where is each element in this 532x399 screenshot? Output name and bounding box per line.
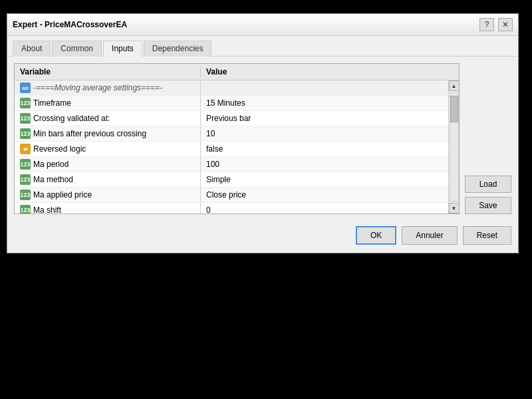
footer: OK Annuler Reset	[7, 221, 518, 253]
table-row[interactable]: ab -====Moving average settings====-	[15, 80, 459, 96]
scroll-track[interactable]	[450, 92, 459, 201]
row-value: 10	[201, 128, 459, 140]
reset-button[interactable]: Reset	[463, 226, 511, 245]
variable-label: Reversed logic	[33, 144, 86, 154]
table-header: Variable Value	[15, 64, 459, 80]
tab-inputs[interactable]: Inputs	[103, 41, 142, 57]
inputs-table: Variable Value ab -====Moving average se…	[14, 63, 460, 214]
variable-label: Crossing validated at:	[33, 114, 110, 123]
row-type-icon: 123	[20, 205, 31, 213]
row-value: Close price	[201, 189, 459, 201]
ok-button[interactable]: OK	[356, 226, 396, 245]
tab-about[interactable]: About	[13, 41, 51, 57]
variable-label: Timeframe	[33, 98, 71, 108]
scrollbar[interactable]: ▲ ▼	[448, 80, 459, 213]
variable-label: Ma applied price	[33, 190, 92, 200]
row-value: 15 Minutes	[201, 97, 459, 109]
side-buttons: Load Save	[465, 63, 511, 214]
row-variable: 123 Ma period	[15, 157, 201, 172]
window-title: Expert - PriceMACrossoverEA	[13, 20, 127, 29]
row-value: 100	[201, 158, 459, 170]
variable-label: Min bars after previous crossing	[33, 129, 146, 138]
row-variable: 123 Ma shift	[15, 203, 201, 213]
title-bar: Expert - PriceMACrossoverEA ? ✕	[7, 14, 518, 36]
table-row[interactable]: 123 Crossing validated at: Previous bar	[15, 111, 459, 126]
tab-dependencies[interactable]: Dependencies	[144, 41, 212, 57]
tab-bar: AboutCommonInputsDependencies	[7, 36, 518, 57]
row-variable: 123 Min bars after previous crossing	[15, 126, 201, 141]
row-type-icon: 123	[20, 113, 31, 124]
row-type-icon: 123	[20, 98, 31, 108]
table-row[interactable]: 123 Timeframe 15 Minutes	[15, 96, 459, 111]
table-row[interactable]: 123 Ma applied price Close price	[15, 188, 459, 203]
scroll-down-btn[interactable]: ▼	[449, 203, 460, 213]
row-value: Simple	[201, 174, 459, 186]
annuler-button[interactable]: Annuler	[402, 226, 457, 245]
table-body: ab -====Moving average settings====- 123…	[15, 80, 459, 213]
row-type-icon: 123	[20, 190, 31, 200]
row-variable: 123 Ma applied price	[15, 188, 201, 202]
scroll-thumb[interactable]	[450, 96, 458, 122]
scroll-up-btn[interactable]: ▲	[449, 80, 460, 91]
row-variable: 123 Ma method	[15, 172, 201, 187]
row-value: false	[201, 143, 459, 155]
table-row[interactable]: 123 Ma shift 0	[15, 203, 459, 213]
col-variable-header: Variable	[15, 66, 201, 78]
close-button[interactable]: ✕	[498, 18, 513, 31]
tab-common[interactable]: Common	[52, 41, 102, 57]
row-type-icon: 123	[20, 159, 31, 170]
row-variable: ab -====Moving average settings====-	[15, 80, 201, 95]
variable-label: Ma shift	[33, 205, 61, 213]
title-controls: ? ✕	[479, 18, 513, 31]
table-row[interactable]: ⇄ Reversed logic false	[15, 142, 459, 157]
variable-label: Ma method	[33, 175, 73, 184]
row-type-icon: ab	[20, 82, 31, 93]
table-row[interactable]: 123 Ma period 100	[15, 157, 459, 172]
row-value	[201, 86, 459, 89]
row-value: 0	[201, 204, 459, 213]
row-value: Previous bar	[201, 112, 459, 124]
help-button[interactable]: ?	[479, 18, 494, 31]
save-button[interactable]: Save	[465, 197, 511, 214]
table-row[interactable]: 123 Ma method Simple	[15, 172, 459, 188]
load-button[interactable]: Load	[465, 176, 511, 193]
content-area: Variable Value ab -====Moving average se…	[7, 57, 518, 221]
variable-label: -====Moving average settings====-	[33, 83, 162, 92]
col-value-header: Value	[201, 66, 448, 78]
main-window: Expert - PriceMACrossoverEA ? ✕ AboutCom…	[7, 13, 519, 253]
row-type-icon: 123	[20, 128, 31, 139]
row-variable: 123 Timeframe	[15, 96, 201, 110]
row-variable: 123 Crossing validated at:	[15, 111, 201, 126]
row-type-icon: ⇄	[20, 144, 31, 154]
row-type-icon: 123	[20, 174, 31, 185]
row-variable: ⇄ Reversed logic	[15, 142, 201, 156]
table-row[interactable]: 123 Min bars after previous crossing 10	[15, 126, 459, 142]
variable-label: Ma period	[33, 160, 68, 169]
